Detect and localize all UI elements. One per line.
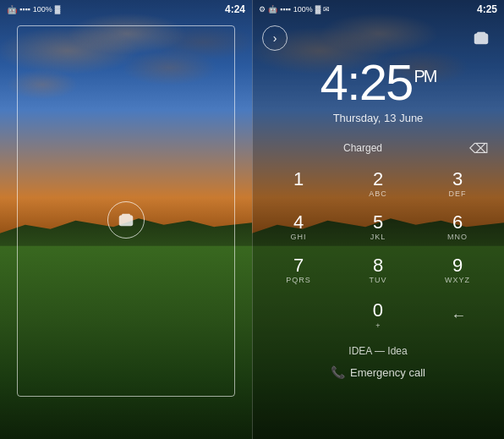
key-4[interactable]: 4 GHI	[259, 206, 338, 250]
android-icon-right: 🤖	[268, 5, 277, 14]
signal-icon-right: ▪▪▪▪	[280, 5, 291, 14]
emergency-call-button[interactable]: 📞 Emergency call	[252, 360, 504, 387]
camera-button-right[interactable]	[468, 25, 494, 51]
lock-content: › 4:25PM Thursday, 13 June Charged ⌫	[252, 19, 504, 439]
statusbar-left: 🤖 ▪▪▪▪ 100% ▓ 4:24	[0, 0, 252, 19]
numpad: 1 2 ABC 3 DEF 4 GHI 5 JKL	[252, 163, 504, 293]
provider-text: IDEA — Idea	[252, 342, 504, 360]
statusbar-right: ⚙ 🤖 ▪▪▪▪ 100% ▓ ✉ 4:25	[252, 0, 504, 19]
phone-icon: 📞	[331, 365, 345, 379]
backspace-arrow-icon: ←	[451, 307, 466, 325]
key-7[interactable]: 7 PQRS	[259, 250, 338, 293]
key-5[interactable]: 5 JKL	[338, 206, 418, 250]
camera-icon	[117, 211, 135, 229]
emergency-call-label: Emergency call	[350, 366, 425, 379]
left-screen: 🤖 ▪▪▪▪ 100% ▓ 4:24	[0, 0, 252, 439]
status-icons-right: ⚙ 🤖 ▪▪▪▪ 100% ▓ ✉	[259, 5, 330, 14]
delete-button[interactable]: ⌫	[467, 136, 490, 160]
charged-label: Charged	[266, 142, 460, 154]
key-3[interactable]: 3 DEF	[418, 163, 497, 206]
arrow-icon: ›	[273, 31, 277, 45]
time-left: 4:24	[225, 3, 245, 15]
clock-time: 4:25PM	[320, 58, 436, 108]
usb-icon: ⚙	[259, 5, 266, 14]
zero-row: 0 + ←	[252, 293, 504, 338]
battery-icon-right: ▓	[315, 5, 321, 14]
battery-full-left: 100%	[33, 5, 52, 14]
backspace-button[interactable]: ←	[420, 293, 497, 338]
camera-icon-right	[472, 29, 490, 47]
status-icons-left: 🤖 ▪▪▪▪ 100% ▓	[7, 5, 60, 14]
backspace-icon: ⌫	[469, 140, 489, 156]
battery-100-right: 100%	[293, 5, 313, 14]
key-0[interactable]: 0 +	[336, 293, 419, 338]
key-6[interactable]: 6 MNO	[418, 206, 497, 250]
input-row: Charged ⌫	[252, 133, 504, 163]
signal-icon-left: ▪▪▪▪	[19, 5, 30, 14]
panel-divider	[252, 0, 253, 439]
camera-shortcut[interactable]	[107, 201, 145, 239]
keypad-area: Charged ⌫ 1 2 ABC 3 DEF	[252, 133, 504, 439]
ampm: PM	[414, 67, 436, 85]
battery-icon-left: ▓	[55, 5, 61, 14]
envelope-icon: ✉	[323, 5, 330, 14]
arrow-button[interactable]: ›	[262, 25, 288, 51]
top-bar: ›	[252, 19, 504, 58]
key-1[interactable]: 1	[259, 163, 338, 206]
date-display: Thursday, 13 June	[320, 112, 436, 124]
empty-slot-left	[259, 293, 336, 338]
right-screen: ⚙ 🤖 ▪▪▪▪ 100% ▓ ✉ 4:25 › 4:25PM	[252, 0, 504, 439]
key-9[interactable]: 9 WXYZ	[418, 250, 497, 293]
time-right: 4:25	[477, 3, 497, 15]
key-2[interactable]: 2 ABC	[338, 163, 418, 206]
time-display: 4:25PM Thursday, 13 June	[320, 58, 436, 124]
android-icon: 🤖	[7, 5, 17, 14]
key-8[interactable]: 8 TUV	[338, 250, 418, 293]
